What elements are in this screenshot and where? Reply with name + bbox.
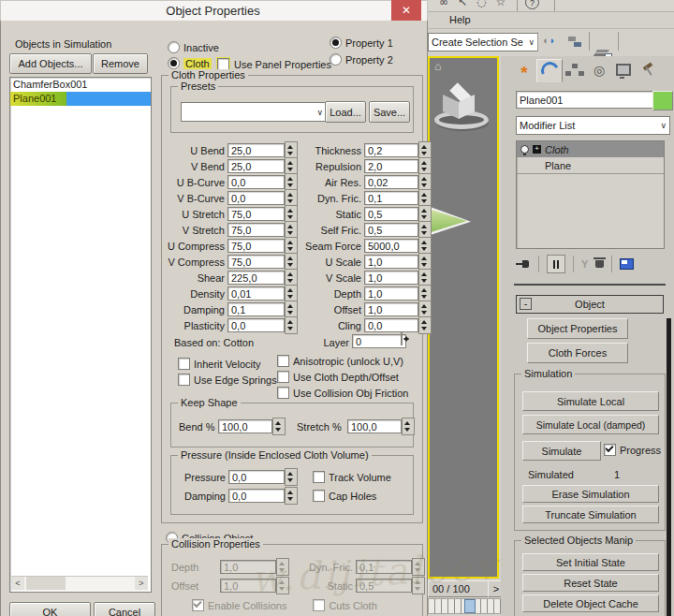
param-field[interactable]: 25,0: [227, 159, 285, 173]
object-properties-button[interactable]: Object Properties: [527, 318, 628, 339]
offset-spinner[interactable]: [276, 577, 289, 594]
collision-dyn-fric-spinner[interactable]: [412, 558, 425, 576]
param-field[interactable]: 0,5: [364, 223, 418, 237]
scroll-right-icon[interactable]: >: [135, 577, 148, 590]
remove-button[interactable]: Remove: [93, 53, 148, 74]
delete-object-cache-button[interactable]: Delete Object Cache: [522, 594, 659, 612]
show-end-result-icon[interactable]: [547, 255, 565, 273]
depth-field[interactable]: 1,0: [220, 560, 276, 574]
collision-static-field[interactable]: 0,5: [356, 579, 412, 593]
object-color-swatch[interactable]: [652, 91, 673, 110]
param-field[interactable]: 1,0: [364, 286, 418, 301]
checkbox[interactable]: [277, 387, 289, 399]
save-button[interactable]: Save...: [369, 101, 410, 123]
param-field[interactable]: 2,0: [364, 159, 418, 173]
param-field[interactable]: 25,0: [227, 143, 285, 157]
inactive-radio[interactable]: [168, 41, 180, 53]
close-button[interactable]: ✕: [391, 0, 421, 21]
param-field[interactable]: 0,0: [364, 318, 418, 332]
track-bar[interactable]: [428, 598, 505, 614]
expand-icon[interactable]: +: [533, 145, 541, 154]
erase-simulation-button[interactable]: Erase Simulation: [522, 485, 659, 503]
make-unique-icon[interactable]: Y: [581, 258, 588, 270]
configure-modifier-sets-icon[interactable]: [620, 258, 634, 270]
toolbar-icon[interactable]: ☆: [496, 0, 506, 8]
tab-modify[interactable]: [536, 59, 563, 82]
viewport[interactable]: ⌂: [428, 56, 499, 579]
pin-stack-icon[interactable]: [516, 259, 531, 269]
param-field[interactable]: 0,2: [364, 143, 418, 157]
param-field[interactable]: 0,1: [364, 191, 418, 205]
stretch-percent-spinner[interactable]: [402, 418, 415, 435]
mirror-icon[interactable]: ◖◗: [542, 35, 555, 46]
param-field[interactable]: 1,0: [364, 255, 418, 269]
property1-radio[interactable]: [330, 37, 342, 49]
modifier-stack-item[interactable]: Plane: [517, 157, 664, 174]
checkbox[interactable]: [178, 358, 190, 370]
param-field[interactable]: 0,0: [227, 191, 285, 205]
rollout-header-object[interactable]: - Object: [516, 295, 664, 314]
toolbar-icon[interactable]: ∞: [439, 0, 448, 8]
set-initial-state-button[interactable]: Set Initial State: [522, 553, 659, 571]
checkbox[interactable]: [178, 374, 190, 386]
checkbox[interactable]: [277, 371, 289, 383]
pressure-spinner[interactable]: [285, 468, 298, 486]
toolbar-icon[interactable]: ◌: [476, 0, 486, 8]
load-button[interactable]: Load...: [325, 101, 366, 123]
tab-hierarchy[interactable]: [563, 59, 587, 81]
align-icon[interactable]: [568, 36, 583, 49]
scrollbar-thumb[interactable]: [26, 577, 66, 590]
property2-radio[interactable]: [330, 53, 342, 66]
bend-percent-field[interactable]: 100,0: [218, 419, 272, 433]
param-spinner[interactable]: [285, 316, 298, 334]
cloth-radio[interactable]: [168, 57, 180, 69]
tab-display[interactable]: [611, 59, 636, 81]
truncate-simulation-button[interactable]: Truncate Simulation: [522, 506, 659, 523]
param-field[interactable]: 1,0: [364, 302, 418, 316]
pressure-field[interactable]: 0,0: [228, 470, 285, 484]
plane-object[interactable]: [428, 206, 471, 236]
scroll-left-icon[interactable]: <: [11, 577, 24, 590]
list-item[interactable]: ChamferBox001: [10, 78, 151, 92]
param-field[interactable]: 0,0: [227, 175, 285, 189]
chevron-down-icon[interactable]: ∨: [660, 121, 667, 130]
layer-spinner[interactable]: [401, 332, 403, 345]
objects-listbox[interactable]: ChamferBox001Plane001: [9, 77, 152, 593]
panel-scrollbar[interactable]: [667, 318, 671, 616]
add-objects-button[interactable]: Add Objects...: [9, 53, 92, 74]
rollout-collapse-button[interactable]: -: [520, 298, 532, 310]
chevron-down-icon[interactable]: ∨: [316, 108, 323, 117]
pressure-damping-spinner[interactable]: [285, 487, 298, 505]
enable-collisions-checkbox[interactable]: [192, 599, 204, 611]
simulate-local-damped-button[interactable]: Simulate Local (damped): [522, 415, 659, 434]
cancel-button[interactable]: Cancel: [94, 602, 155, 616]
viewcube[interactable]: [434, 84, 492, 139]
progress-checkbox[interactable]: [604, 444, 616, 456]
tab-utilities[interactable]: [636, 59, 660, 81]
list-item[interactable]: Plane001: [10, 92, 151, 106]
tab-create[interactable]: *: [512, 59, 536, 81]
named-selection-set-combo[interactable]: Create Selection Se ∨: [428, 33, 538, 51]
simulate-button[interactable]: Simulate: [522, 441, 601, 461]
home-icon[interactable]: ⌂: [434, 60, 442, 73]
cloth-forces-button[interactable]: Cloth Forces: [527, 343, 628, 363]
modifier-list-dropdown[interactable]: Modifier List ∨: [516, 116, 670, 135]
param-field[interactable]: 0,5: [364, 207, 418, 221]
depth-spinner[interactable]: [276, 558, 289, 576]
reset-state-button[interactable]: Reset State: [522, 574, 659, 592]
tab-motion[interactable]: ◎: [587, 59, 611, 81]
cap-holes-checkbox[interactable]: [313, 490, 325, 502]
param-field[interactable]: 75,0: [227, 223, 285, 237]
pressure-damping-field[interactable]: 0,0: [228, 489, 285, 503]
param-field[interactable]: 0,02: [364, 175, 418, 189]
param-field[interactable]: 1,0: [364, 271, 418, 285]
time-slider[interactable]: 00 / 100: [428, 580, 491, 597]
param-field[interactable]: 75,0: [227, 239, 285, 253]
ok-button[interactable]: OK: [9, 602, 91, 616]
track-bar-thumb[interactable]: [464, 599, 476, 613]
chevron-down-icon[interactable]: ∨: [528, 37, 535, 47]
checkbox[interactable]: [277, 355, 289, 367]
simulate-local-button[interactable]: Simulate Local: [522, 391, 659, 411]
cuts-cloth-checkbox[interactable]: [313, 599, 325, 611]
layer-field[interactable]: 0: [352, 334, 406, 348]
